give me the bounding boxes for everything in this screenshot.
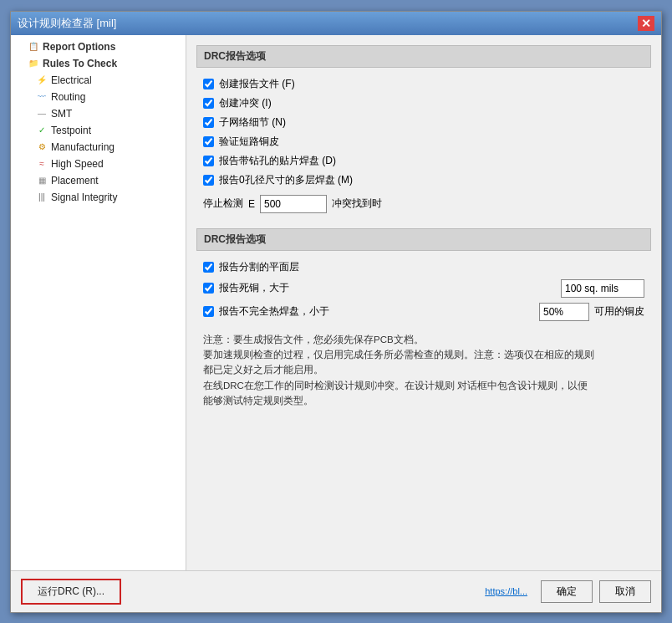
thermal-pad-row: 报告不完全热焊盘，小于 可用的铜皮 <box>196 300 651 324</box>
sidebar-item-placement[interactable]: ▦ Placement <box>11 172 186 189</box>
routing-icon: 〰 <box>36 91 48 103</box>
checkbox-row-4: 验证短路铜皮 <box>196 132 651 151</box>
report-options-label: Report Options <box>43 41 115 53</box>
dialog-body: 📋 Report Options 📁 Rules To Check ⚡ Elec… <box>11 35 661 570</box>
highspeed-icon: ≈ <box>36 158 48 170</box>
note-text: 注意：要生成报告文件，您必须先保存PCB文档。要加速规则检查的过程，仅启用完成任… <box>203 334 594 406</box>
rules-to-check-label: Rules To Check <box>43 58 117 69</box>
dead-copper-input[interactable] <box>561 279 644 298</box>
sidebar-item-manufacturing[interactable]: ⚙ Manufacturing <box>11 139 186 156</box>
sidebar-item-electrical[interactable]: ⚡ Electrical <box>11 72 186 89</box>
placement-icon: ▦ <box>36 175 48 186</box>
cancel-button[interactable]: 取消 <box>599 580 651 603</box>
checkbox-create-conflict[interactable] <box>203 98 214 109</box>
checkbox-row-5: 报告带钻孔的贴片焊盘 (D) <box>196 151 651 171</box>
signalintegrity-icon: ||| <box>36 191 48 203</box>
checkbox-report-drilled[interactable] <box>203 156 214 166</box>
checkbox-row-6: 报告0孔径尺寸的多层焊盘 (M) <box>196 171 651 190</box>
checkbox-report-split[interactable] <box>203 262 214 273</box>
checkbox-report-split-label: 报告分割的平面层 <box>219 260 299 274</box>
testpoint-label: Testpoint <box>51 125 91 136</box>
placement-label: Placement <box>51 175 99 186</box>
stop-value-input[interactable] <box>260 195 327 213</box>
electrical-icon: ⚡ <box>36 74 48 86</box>
checkbox-create-conflict-label: 创建冲突 (I) <box>219 96 272 110</box>
title-bar: 设计规则检查器 [mil] ✕ <box>11 12 661 35</box>
manufacturing-label: Manufacturing <box>51 141 115 153</box>
report-options-icon: 📋 <box>28 41 39 53</box>
section2: DRC报告选项 报告分割的平面层 报告死铜，大于 报告不完全热焊盘，小于 可用的… <box>196 228 651 409</box>
note-box: 注意：要生成报告文件，您必须先保存PCB文档。要加速规则检查的过程，仅启用完成任… <box>203 332 644 409</box>
checkbox-report-zero-label: 报告0孔径尺寸的多层焊盘 (M) <box>219 173 353 187</box>
testpoint-icon: ✓ <box>36 125 48 136</box>
ok-button[interactable]: 确定 <box>541 580 593 603</box>
rules-icon: 📁 <box>28 58 39 69</box>
checkbox-verify-short[interactable] <box>203 136 214 147</box>
checkbox-report-zero[interactable] <box>203 175 214 186</box>
checkbox-row-1: 创建报告文件 (F) <box>196 74 651 94</box>
stop-prefix: E <box>248 198 255 210</box>
run-drc-button[interactable]: 运行DRC (R)... <box>21 579 121 605</box>
checkbox-row-2: 创建冲突 (I) <box>196 94 651 113</box>
sidebar-item-rules-to-check[interactable]: 📁 Rules To Check <box>11 55 186 72</box>
sidebar-item-report-options[interactable]: 📋 Report Options <box>11 38 186 55</box>
highspeed-label: High Speed <box>51 158 104 170</box>
manufacturing-icon: ⚙ <box>36 141 48 153</box>
signalintegrity-label: Signal Integrity <box>51 191 117 203</box>
footer-buttons: 确定 取消 <box>541 580 651 603</box>
checkbox-row-3: 子网络细节 (N) <box>196 113 651 132</box>
sidebar-item-testpoint[interactable]: ✓ Testpoint <box>11 122 186 139</box>
checkbox-row-7: 报告分割的平面层 <box>196 258 651 277</box>
thermal-pad-input[interactable] <box>539 303 589 321</box>
sidebar-item-routing[interactable]: 〰 Routing <box>11 89 186 105</box>
routing-label: Routing <box>51 91 85 103</box>
checkbox-thermal-pad[interactable] <box>203 306 214 317</box>
stop-suffix: 冲突找到时 <box>332 197 382 211</box>
checkbox-subnet-detail-label: 子网络细节 (N) <box>219 115 286 130</box>
sidebar-item-smt[interactable]: — SMT <box>11 105 186 122</box>
sidebar-item-highspeed[interactable]: ≈ High Speed <box>11 156 186 172</box>
close-button[interactable]: ✕ <box>638 16 654 31</box>
section2-header: DRC报告选项 <box>196 228 651 251</box>
checkbox-thermal-pad-label: 报告不完全热焊盘，小于 <box>219 304 329 319</box>
thermal-pad-suffix: 可用的铜皮 <box>594 304 644 319</box>
sidebar: 📋 Report Options 📁 Rules To Check ⚡ Elec… <box>11 35 186 570</box>
sidebar-item-signalintegrity[interactable]: ||| Signal Integrity <box>11 189 186 206</box>
checkbox-create-report-label: 创建报告文件 (F) <box>219 77 295 91</box>
smt-icon: — <box>36 108 48 120</box>
checkbox-subnet-detail[interactable] <box>203 117 214 128</box>
main-dialog: 设计规则检查器 [mil] ✕ 📋 Report Options 📁 Rules… <box>10 11 662 613</box>
checkbox-dead-copper-label: 报告死铜，大于 <box>219 281 289 295</box>
website-link[interactable]: https://bl... <box>485 586 527 596</box>
electrical-label: Electrical <box>51 74 92 86</box>
section1-header: DRC报告选项 <box>196 45 651 68</box>
smt-label: SMT <box>51 108 72 120</box>
checkbox-dead-copper[interactable] <box>203 283 214 294</box>
dialog-footer: 运行DRC (R)... https://bl... 确定 取消 <box>11 570 661 612</box>
stop-row: 停止检测 E 冲突找到时 <box>196 190 651 218</box>
checkbox-verify-short-label: 验证短路铜皮 <box>219 135 279 149</box>
window-title: 设计规则检查器 [mil] <box>18 16 116 31</box>
main-content: DRC报告选项 创建报告文件 (F) 创建冲突 (I) 子网络细节 (N) 验证… <box>186 35 661 570</box>
checkbox-create-report[interactable] <box>203 79 214 89</box>
dead-copper-row: 报告死铜，大于 <box>196 277 651 300</box>
stop-label: 停止检测 <box>203 197 243 211</box>
checkbox-report-drilled-label: 报告带钻孔的贴片焊盘 (D) <box>219 154 336 168</box>
